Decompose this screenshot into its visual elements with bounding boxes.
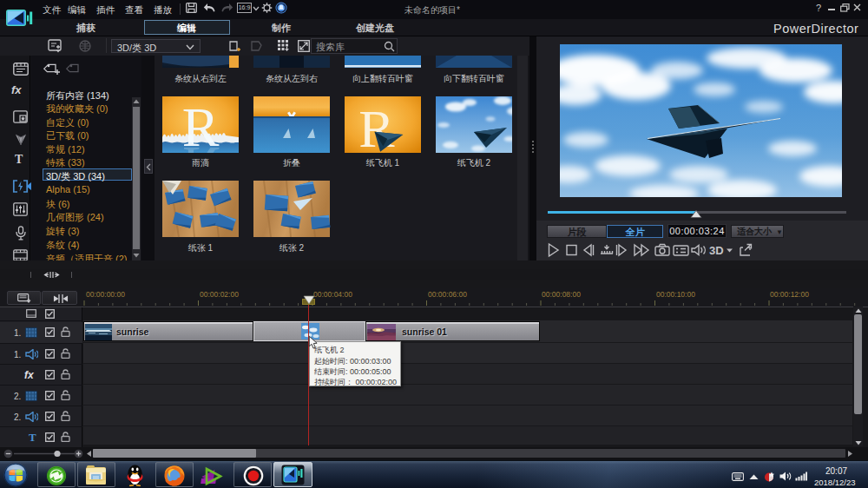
svg-text:3D: 3D: [709, 244, 724, 257]
svg-text:R: R: [358, 99, 395, 158]
svg-text:00:00:08:00: 00:00:08:00: [542, 290, 581, 299]
svg-text:00:00:10:00: 00:00:10:00: [656, 290, 695, 299]
svg-text:00:00:00:00: 00:00:00:00: [86, 290, 125, 299]
svg-text:00:00:12:00: 00:00:12:00: [770, 290, 809, 299]
svg-text:00:00:02:00: 00:00:02:00: [200, 290, 239, 299]
svg-text:00:00:06:00: 00:00:06:00: [428, 290, 467, 299]
svg-text:00:00:04:00: 00:00:04:00: [313, 290, 352, 299]
